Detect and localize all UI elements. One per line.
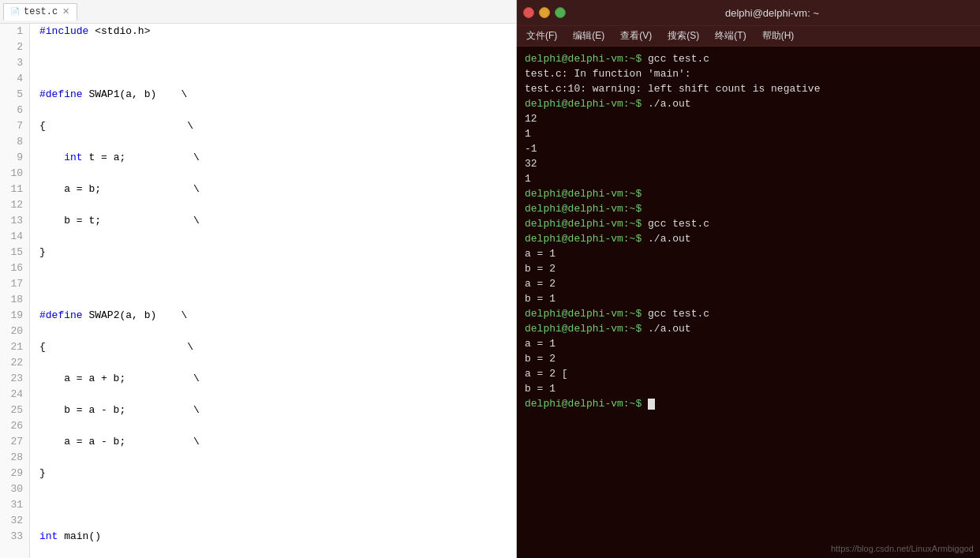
tab-bar: 📄 test.c ✕ (0, 0, 516, 24)
window-maximize-button[interactable] (555, 7, 566, 18)
line-numbers: 1234567891011121314151617181920212223242… (0, 24, 30, 558)
terminal-body[interactable]: delphi@delphi-vm:~$ gcc test.c test.c: I… (517, 47, 980, 558)
menu-item[interactable]: 搜索(S) (664, 28, 702, 44)
window-close-button[interactable] (523, 7, 534, 18)
terminal-title: delphi@delphi-vm: ~ (570, 7, 974, 19)
editor-panel: 📄 test.c ✕ 12345678910111213141516171819… (0, 0, 517, 558)
code-area: 1234567891011121314151617181920212223242… (0, 24, 516, 558)
file-icon: 📄 (10, 7, 20, 17)
menu-item[interactable]: 查看(V) (617, 28, 655, 44)
tab-label: test.c (24, 6, 58, 17)
code-content[interactable]: #include <stdio.h> #define SWAP1(a, b) \… (30, 24, 516, 558)
menu-item[interactable]: 编辑(E) (570, 28, 608, 44)
menu-item[interactable]: 文件(F) (523, 28, 560, 44)
menu-item[interactable]: 帮助(H) (759, 28, 798, 44)
terminal-titlebar: delphi@delphi-vm: ~ (517, 0, 980, 25)
editor-tab[interactable]: 📄 test.c ✕ (3, 3, 77, 21)
terminal-menubar: 文件(F)编辑(E)查看(V)搜索(S)终端(T)帮助(H) (517, 25, 980, 47)
tab-close-button[interactable]: ✕ (62, 6, 70, 17)
menu-item[interactable]: 终端(T) (712, 28, 749, 44)
terminal-panel: delphi@delphi-vm: ~ 文件(F)编辑(E)查看(V)搜索(S)… (517, 0, 980, 558)
window-minimize-button[interactable] (539, 7, 550, 18)
